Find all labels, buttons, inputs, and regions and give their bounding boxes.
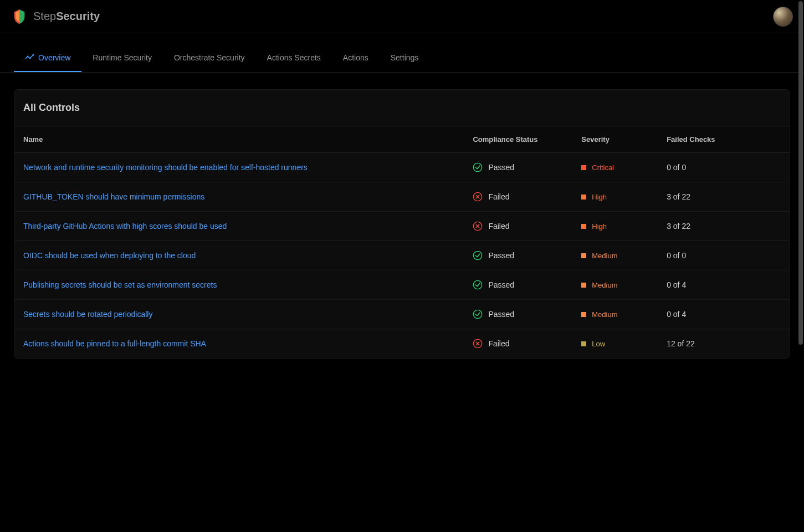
svg-point-3	[474, 163, 482, 171]
x-circle-icon	[473, 192, 483, 202]
failed-checks-text: 3 of 22	[667, 192, 690, 201]
table-row[interactable]: Secrets should be rotated periodically P…	[14, 300, 790, 329]
status-cell: Failed	[473, 221, 564, 231]
col-header-severity[interactable]: Severity	[572, 126, 658, 153]
status-text: Passed	[488, 280, 514, 289]
severity-text: Medium	[592, 281, 617, 289]
status-text: Failed	[488, 339, 509, 348]
content-area: All Controls Name Compliance Status Seve…	[0, 73, 804, 375]
control-link[interactable]: Actions should be pinned to a full-lengt…	[23, 339, 206, 348]
svg-point-0	[27, 56, 29, 58]
app-header: StepSecurity	[0, 0, 804, 33]
table-row[interactable]: Actions should be pinned to a full-lengt…	[14, 329, 790, 359]
tab-overview[interactable]: Overview	[14, 44, 81, 72]
tab-label: Runtime Security	[93, 53, 152, 62]
svg-point-11	[474, 280, 482, 289]
failed-checks-text: 0 of 4	[667, 310, 686, 319]
control-link[interactable]: Third-party GitHub Actions with high sco…	[23, 222, 227, 231]
severity-square-icon	[581, 341, 586, 346]
failed-checks-text: 0 of 4	[667, 280, 686, 289]
x-circle-icon	[473, 221, 483, 231]
check-circle-icon	[473, 250, 483, 260]
status-cell: Failed	[473, 339, 564, 349]
status-text: Failed	[488, 192, 509, 201]
severity-text: Medium	[592, 310, 617, 319]
table-row[interactable]: OIDC should be used when deploying to th…	[14, 241, 790, 270]
tab-label: Orchestrate Security	[174, 53, 245, 62]
severity-text: High	[592, 222, 607, 231]
check-circle-icon	[473, 162, 483, 172]
svg-point-10	[474, 251, 482, 259]
x-circle-icon	[473, 339, 483, 349]
severity-cell: Medium	[581, 310, 649, 319]
control-link[interactable]: OIDC should be used when deploying to th…	[23, 251, 196, 260]
scrollbar-vertical[interactable]	[798, 1, 803, 345]
check-circle-icon	[473, 309, 483, 319]
tab-label: Settings	[391, 53, 419, 62]
control-link[interactable]: Network and runtime security monitoring …	[23, 163, 308, 172]
failed-checks-text: 0 of 0	[667, 251, 686, 260]
control-link[interactable]: Secrets should be rotated periodically	[23, 310, 152, 319]
severity-text: Low	[592, 340, 605, 348]
severity-cell: Critical	[581, 163, 649, 172]
brand-light: Step	[33, 10, 56, 22]
severity-square-icon	[581, 195, 586, 200]
tab-label: Actions Secrets	[267, 53, 321, 62]
failed-checks-text: 12 of 22	[667, 339, 695, 348]
failed-checks-text: 3 of 22	[667, 222, 690, 231]
status-cell: Passed	[473, 280, 564, 290]
severity-cell: Medium	[581, 281, 649, 289]
check-circle-icon	[473, 280, 483, 290]
severity-text: Critical	[592, 163, 614, 172]
col-header-name[interactable]: Name	[14, 126, 464, 153]
controls-table: Name Compliance Status Severity Failed C…	[14, 126, 790, 358]
failed-checks-text: 0 of 0	[667, 163, 686, 172]
severity-cell: High	[581, 193, 649, 201]
tab-bar: Overview Runtime Security Orchestrate Se…	[0, 44, 804, 73]
overview-icon	[25, 53, 34, 62]
panel-header: All Controls	[14, 90, 790, 126]
tab-orchestrate-security[interactable]: Orchestrate Security	[163, 44, 256, 72]
svg-point-12	[474, 310, 482, 318]
tab-actions[interactable]: Actions	[332, 44, 380, 72]
col-header-status[interactable]: Compliance Status	[464, 126, 572, 153]
tab-label: Overview	[38, 53, 70, 62]
controls-panel: All Controls Name Compliance Status Seve…	[14, 89, 790, 359]
status-text: Passed	[488, 251, 514, 260]
tab-label: Actions	[343, 53, 368, 62]
severity-cell: Low	[581, 340, 649, 348]
table-row[interactable]: Third-party GitHub Actions with high sco…	[14, 212, 790, 241]
status-text: Passed	[488, 163, 514, 172]
shield-icon	[11, 8, 28, 25]
status-text: Passed	[488, 310, 514, 319]
brand-text: StepSecurity	[33, 10, 100, 23]
severity-square-icon	[581, 165, 586, 170]
svg-point-1	[29, 58, 31, 59]
status-cell: Passed	[473, 162, 564, 172]
status-cell: Failed	[473, 192, 564, 202]
severity-cell: High	[581, 222, 649, 231]
severity-square-icon	[581, 312, 586, 317]
logo[interactable]: StepSecurity	[11, 8, 100, 25]
brand-bold: Security	[56, 10, 100, 22]
panel-title: All Controls	[23, 102, 781, 114]
table-row[interactable]: Network and runtime security monitoring …	[14, 153, 790, 182]
severity-square-icon	[581, 253, 586, 258]
control-link[interactable]: GITHUB_TOKEN should have minimum permiss…	[23, 192, 204, 201]
tab-settings[interactable]: Settings	[380, 44, 430, 72]
severity-text: Medium	[592, 252, 617, 260]
table-row[interactable]: GITHUB_TOKEN should have minimum permiss…	[14, 182, 790, 212]
control-link[interactable]: Publishing secrets should be set as envi…	[23, 280, 217, 289]
table-row[interactable]: Publishing secrets should be set as envi…	[14, 270, 790, 300]
severity-square-icon	[581, 224, 586, 229]
status-cell: Passed	[473, 309, 564, 319]
col-header-failed[interactable]: Failed Checks	[658, 126, 790, 153]
status-cell: Passed	[473, 250, 564, 260]
tab-actions-secrets[interactable]: Actions Secrets	[256, 44, 332, 72]
tab-runtime-security[interactable]: Runtime Security	[81, 44, 163, 72]
severity-text: High	[592, 193, 607, 201]
status-text: Failed	[488, 222, 509, 231]
severity-square-icon	[581, 283, 586, 288]
avatar[interactable]	[773, 7, 793, 27]
severity-cell: Medium	[581, 252, 649, 260]
